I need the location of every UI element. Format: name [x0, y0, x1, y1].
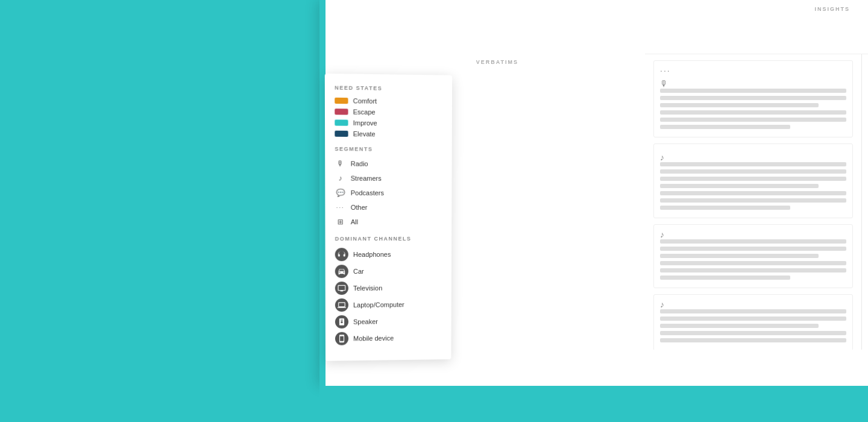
- channel-laptop[interactable]: Laptop/Computer: [335, 298, 442, 312]
- filter-panel: NEED STATES Comfort Escape Improve Eleva…: [325, 74, 452, 361]
- verbatim-3-icon: ♪: [660, 230, 846, 239]
- comfort-label: Comfort: [353, 97, 377, 105]
- channels-section: DOMINANT CHANNELS Headphones Car Televis…: [335, 236, 442, 345]
- all-label: All: [351, 218, 358, 225]
- laptop-channel-label: Laptop/Computer: [353, 301, 404, 309]
- podcasters-icon: 💬: [335, 187, 345, 198]
- verbatim-1-header: ···: [660, 66, 846, 75]
- headphones-icon: [335, 248, 348, 261]
- header-area: INSIGHTS: [645, 0, 868, 54]
- escape-swatch: [335, 109, 348, 115]
- segment-all[interactable]: ⊞ All: [335, 216, 442, 227]
- television-icon: [335, 282, 348, 295]
- radio-label: Radio: [351, 160, 368, 167]
- verbatim-2-text: [660, 162, 846, 210]
- verbatims-col-1: ··· 🎙 ♪: [645, 54, 862, 350]
- segments-section: SEGMENTS 🎙 Radio ♪ Streamers 💬 Podcaster…: [335, 146, 442, 227]
- verbatim-4-text: [660, 309, 846, 342]
- need-state-escape[interactable]: Escape: [335, 108, 442, 116]
- mobile-channel-label: Mobile device: [353, 335, 394, 342]
- elevate-label: Elevate: [353, 130, 376, 137]
- channel-television[interactable]: Television: [335, 281, 442, 295]
- verbatims-col-2: ··· 🎙 🎙: [862, 54, 868, 350]
- headphones-channel-label: Headphones: [353, 251, 391, 258]
- header-right: INSIGHTS: [814, 6, 850, 12]
- segment-other[interactable]: ··· Other: [335, 202, 442, 213]
- car-icon: [335, 265, 348, 278]
- verbatim-card-1: ··· 🎙: [653, 60, 853, 137]
- streamers-icon: ♪: [335, 172, 345, 183]
- streamers-label: Streamers: [351, 175, 382, 182]
- podcasters-label: Podcasters: [351, 189, 384, 197]
- television-channel-label: Television: [353, 285, 382, 292]
- segment-radio[interactable]: 🎙 Radio: [335, 158, 442, 169]
- bottom-teal-bar: [319, 386, 868, 422]
- content-area: ··· 🎙 ♪: [645, 54, 868, 350]
- radio-icon: 🎙: [335, 158, 345, 169]
- channel-car[interactable]: Car: [335, 264, 442, 278]
- escape-label: Escape: [353, 108, 376, 116]
- verbatim-card-3: ♪: [653, 224, 853, 288]
- verbatims-label: VERBATIMS: [476, 59, 518, 65]
- channels-title: DOMINANT CHANNELS: [335, 236, 442, 242]
- segment-streamers[interactable]: ♪ Streamers: [335, 172, 442, 184]
- need-states-title: NEED STATES: [335, 84, 442, 92]
- car-channel-label: Car: [353, 268, 364, 275]
- speaker-icon: [335, 315, 348, 329]
- segment-podcasters[interactable]: 💬 Podcasters: [335, 187, 442, 198]
- channel-mobile[interactable]: Mobile device: [335, 331, 442, 345]
- verbatim-4-icon: ♪: [660, 300, 846, 309]
- improve-label: Improve: [353, 119, 377, 127]
- comfort-swatch: [335, 98, 348, 104]
- elevate-swatch: [335, 131, 348, 137]
- all-icon: ⊞: [335, 216, 346, 227]
- improve-swatch: [335, 119, 348, 125]
- verbatim-card-4: ♪: [653, 294, 853, 350]
- verbatim-1-icon: 🎙: [660, 79, 846, 89]
- need-state-elevate[interactable]: Elevate: [335, 130, 442, 139]
- verbatim-3-text: [660, 239, 846, 280]
- need-state-comfort[interactable]: Comfort: [335, 97, 442, 106]
- speaker-channel-label: Speaker: [353, 318, 378, 325]
- other-icon: ···: [335, 202, 346, 213]
- verbatim-1-dots: ···: [660, 66, 671, 75]
- insights-label: INSIGHTS: [814, 6, 850, 12]
- segments-title: SEGMENTS: [335, 146, 442, 153]
- channel-headphones[interactable]: Headphones: [335, 248, 442, 262]
- verbatims-label-area: VERBATIMS: [476, 55, 518, 66]
- other-label: Other: [351, 204, 368, 211]
- mobile-icon: [335, 332, 348, 345]
- verbatim-card-2: ♪: [653, 143, 853, 218]
- channel-speaker[interactable]: Speaker: [335, 314, 442, 329]
- verbatim-2-icon: ♪: [660, 153, 846, 162]
- verbatim-1-text: [660, 89, 846, 129]
- laptop-icon: [335, 298, 348, 312]
- need-state-improve[interactable]: Improve: [335, 119, 442, 127]
